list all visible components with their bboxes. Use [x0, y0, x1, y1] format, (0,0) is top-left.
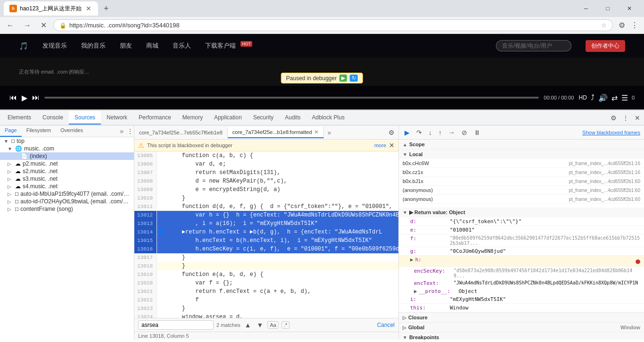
expand-h[interactable]: ▶: [410, 257, 413, 263]
code-tab-more[interactable]: »: [324, 127, 335, 138]
tree-item-s2[interactable]: ▷ ☁ s2.music. .net: [0, 167, 134, 175]
tree-item-s4[interactable]: ▷ ☁ s4.music. .net: [0, 183, 134, 190]
ft-tab-overrides[interactable]: Overrides: [56, 125, 88, 137]
tree-item-contentframe[interactable]: ▷ □ contentFrame (song): [0, 205, 134, 213]
ft-action-btn[interactable]: ⋮: [126, 125, 134, 137]
step-into-btn[interactable]: ↓: [427, 128, 434, 137]
tree-item-autoid1[interactable]: ▷ □ auto-id-MbUaP1t59fcy40T7 (email. .co…: [0, 190, 134, 198]
tree-item-s3[interactable]: ▷ ☁ s3.music. .net: [0, 175, 134, 183]
url-box[interactable]: 🔒 https://music. .com/#/song?id=35440198…: [53, 19, 613, 31]
resume-btn[interactable]: ▶: [339, 75, 347, 82]
dt-tab-memory[interactable]: Memory: [177, 111, 208, 125]
dt-tab-adblock[interactable]: Adblock Plus: [306, 111, 350, 125]
list-btn[interactable]: ☰: [621, 93, 628, 102]
cs-item-2[interactable]: b0x.cz1x pt_frame_index_...4cd655ff2b1:1…: [399, 168, 644, 177]
search-input[interactable]: [496, 40, 571, 51]
dt-tab-security[interactable]: Security: [248, 111, 279, 125]
dt-tab-elements[interactable]: Elements: [2, 111, 37, 125]
close-warning-btn[interactable]: ✕: [389, 142, 395, 149]
code-line: 13011 function d(d, e, f, g) { d = {"csr…: [134, 202, 398, 211]
case-sensitive-btn[interactable]: Aa: [267, 321, 278, 329]
step-over-btn[interactable]: ↷: [414, 128, 424, 137]
resume-execution-btn[interactable]: ▶: [403, 128, 412, 137]
close-btn[interactable]: ✕: [619, 0, 640, 17]
next-btn[interactable]: ⏭: [32, 93, 40, 102]
maximize-btn[interactable]: □: [597, 0, 619, 17]
nav-artist[interactable]: 音乐人: [173, 42, 191, 50]
ft-more-btn[interactable]: »: [117, 125, 126, 137]
tree-item-p2[interactable]: ▷ ☁ p2.music. .net: [0, 160, 134, 167]
step-btn2[interactable]: →: [446, 128, 457, 137]
play-btn[interactable]: ▶: [22, 93, 27, 102]
active-tab[interactable]: h hao123_上网从这里开始 ✕: [4, 1, 98, 16]
search-input-code[interactable]: [138, 320, 214, 330]
new-tab-btn[interactable]: +: [100, 4, 113, 14]
back-btn[interactable]: ←: [4, 19, 17, 32]
create-btn[interactable]: 创作者中心: [586, 40, 625, 52]
share-btn[interactable]: ⤴: [591, 93, 594, 102]
expand-proto[interactable]: ▶: [414, 288, 417, 294]
scope-sub-header[interactable]: ▼ ▶ Return value: Object: [399, 208, 644, 217]
dt-close-btn[interactable]: ✕: [633, 113, 642, 123]
ft-tab-filesystem[interactable]: Filesystem: [22, 125, 56, 137]
volume-btn[interactable]: 🔊: [598, 93, 608, 102]
dt-tab-console[interactable]: Console: [37, 111, 69, 125]
cancel-search-btn[interactable]: Cancel: [377, 322, 395, 328]
extensions-btn[interactable]: ⚙: [617, 19, 627, 32]
nav-download[interactable]: 下载客户端: [205, 42, 236, 50]
line-number: 13009: [134, 185, 157, 194]
minimize-btn[interactable]: ─: [575, 0, 597, 17]
bookmark-icon[interactable]: ☆: [601, 22, 607, 29]
tree-item-index[interactable]: 📄 (index): [0, 152, 134, 160]
more-link[interactable]: more: [374, 142, 386, 148]
show-blackboxed-link[interactable]: Show blackboxed frames: [582, 130, 640, 135]
tree-item-autoid2[interactable]: ▷ □ auto-id-i7O2HAyOtL9bwiaL (email. .co…: [0, 198, 134, 205]
tree-item-top[interactable]: ▼ □ top: [0, 137, 134, 145]
cs-item-3[interactable]: b0x.bJ1x pt_frame_index_...4cd655ff2b1:6…: [399, 177, 644, 186]
cs-item-1[interactable]: b0x.cHc6W pt_frame_index_...4cd655ff2b1:…: [399, 159, 644, 168]
search-next-btn[interactable]: ▼: [256, 320, 265, 330]
dt-tab-performance[interactable]: Performance: [133, 111, 177, 125]
prev-btn[interactable]: ⏮: [9, 93, 17, 102]
dt-tab-sources[interactable]: Sources: [69, 111, 101, 125]
code-editor[interactable]: 13005 function c(a, b, c) {13006 var d, …: [134, 151, 398, 318]
dt-tab-network[interactable]: Network: [101, 111, 133, 125]
code-tab-1[interactable]: core_7a734ef25e...7eb55c7f6eb1e8: [134, 128, 228, 137]
search-prev-btn[interactable]: ▲: [243, 320, 253, 330]
tab-close-btn[interactable]: ✕: [85, 5, 92, 12]
regex-btn[interactable]: .*: [281, 321, 289, 329]
tree-item-music[interactable]: ▼ 🌐 music. .com: [0, 145, 134, 152]
dt-tab-application[interactable]: Application: [208, 111, 248, 125]
nav-friends[interactable]: 朋友: [120, 42, 132, 50]
progress-bar[interactable]: [44, 97, 539, 99]
scope-header-callstack[interactable]: ▲ Scope: [399, 140, 644, 149]
breakpoints-header[interactable]: ▼ Breakpoints: [399, 333, 644, 340]
debug-content: ▲ Scope ▼ Local b0x.cHc6W pt_frame_index…: [399, 140, 644, 340]
breakpoint-area[interactable]: [158, 229, 164, 235]
tree-label: p2.music. .net: [23, 160, 58, 167]
dt-more-btn[interactable]: ⋮: [620, 113, 631, 123]
nav-mymusic[interactable]: 我的音乐: [81, 42, 106, 50]
forward-btn[interactable]: →: [21, 19, 34, 32]
editor-settings-btn[interactable]: ⚙: [387, 128, 396, 137]
local-header[interactable]: ▼ Local: [399, 150, 644, 159]
closure-header[interactable]: ▷ Closure: [399, 313, 644, 322]
nav-mall[interactable]: 商城: [146, 42, 158, 50]
tab-close-formatted[interactable]: ✕: [314, 129, 319, 135]
code-tab-2[interactable]: core_7a734ef25e...b1e8:formatted ✕: [228, 127, 324, 138]
deactivate-btn[interactable]: ⊘: [460, 128, 469, 137]
ft-tab-page[interactable]: Page: [0, 125, 22, 137]
cs-item-4[interactable]: (anonymous) pt_frame_index_...4cd655ff2b…: [399, 186, 644, 195]
menu-btn[interactable]: ⋮: [629, 19, 640, 32]
quality-btn[interactable]: HD: [579, 94, 587, 101]
nav-discover[interactable]: 发现音乐: [42, 42, 67, 50]
cs-item-5[interactable]: (anonymous) pt_frame_index_...4cd655ff2b…: [399, 195, 644, 204]
shuffle-btn[interactable]: ⇄: [611, 93, 618, 102]
dt-settings-btn[interactable]: ⚙: [609, 113, 619, 123]
global-header[interactable]: ▷ Global Window: [399, 323, 644, 332]
dt-tab-audits[interactable]: Audits: [279, 111, 306, 125]
pause-exceptions-btn[interactable]: ⏸: [472, 128, 482, 137]
reload-btn[interactable]: ✕: [38, 19, 50, 32]
step-btn[interactable]: ↻: [350, 75, 358, 82]
step-out-btn[interactable]: ↑: [437, 128, 444, 137]
